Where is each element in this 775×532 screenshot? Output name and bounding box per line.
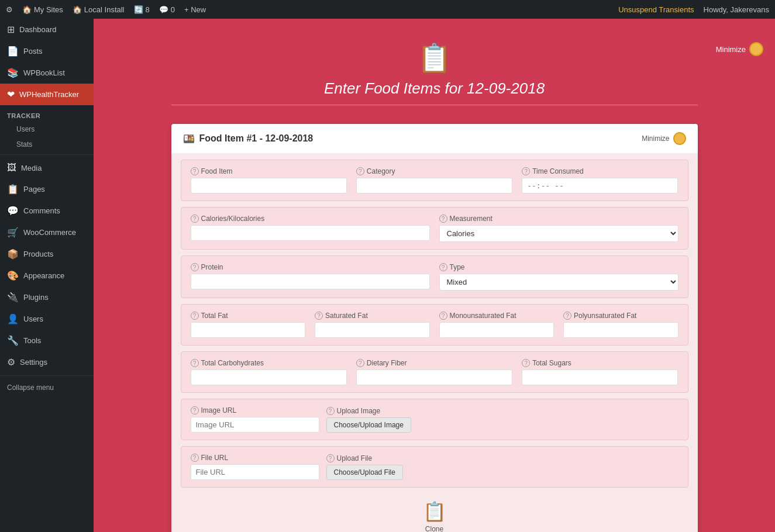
category-input[interactable]	[356, 178, 512, 194]
calories-input[interactable]	[191, 225, 430, 241]
saturated-fat-input[interactable]	[315, 322, 430, 338]
page-header-icon: 📋	[105, 42, 763, 75]
file-url-group: ? File URL	[191, 454, 319, 480]
clone-button[interactable]: 📋 Clone	[423, 500, 446, 532]
file-section: ? File URL ? Upload File Choose/Upload F…	[181, 446, 688, 488]
protein-input[interactable]	[191, 274, 430, 289]
upload-image-group: ? Upload Image Choose/Upload Image	[326, 407, 411, 433]
food-item-help-icon[interactable]: ?	[191, 167, 199, 175]
sidebar-item-wpbooklist[interactable]: 📚 WPBookList	[0, 62, 94, 84]
updates[interactable]: 🔄 8	[134, 5, 150, 14]
sidebar-item-pages[interactable]: 📋 Pages	[0, 178, 94, 200]
wp-logo[interactable]: ⚙	[6, 5, 13, 14]
page-title: Enter Food Items for 12-09-2018	[105, 80, 763, 98]
sidebar-item-media[interactable]: 🖼 Media	[0, 157, 94, 178]
time-consumed-help-icon[interactable]: ?	[522, 167, 530, 175]
unsuspend-transients[interactable]: Unsuspend Transients	[618, 5, 694, 14]
sidebar-item-wphealthtracker[interactable]: ❤ WPHealthTracker	[0, 84, 94, 105]
total-fat-input[interactable]	[191, 322, 306, 338]
collapse-menu-button[interactable]: Collapse menu	[0, 378, 94, 397]
category-group: ? Category	[356, 167, 512, 194]
food-card-body: ? Food Item ? Category	[171, 154, 698, 532]
sidebar-item-tools[interactable]: 🔧 Tools	[0, 330, 94, 351]
choose-upload-file-button[interactable]: Choose/Upload File	[326, 465, 403, 480]
total-sugars-help-icon[interactable]: ?	[522, 359, 530, 367]
food-item-input[interactable]	[191, 178, 347, 194]
clone-icon: 📋	[423, 500, 446, 523]
saturated-fat-help-icon[interactable]: ?	[315, 312, 323, 320]
layout: ⊞ Dashboard 📄 Posts 📚 WPBookList ❤ WPHea…	[0, 19, 775, 532]
time-consumed-input[interactable]	[522, 178, 678, 194]
file-url-help-icon[interactable]: ?	[191, 454, 199, 462]
sidebar-item-comments[interactable]: 💬 Comments	[0, 200, 94, 222]
file-url-label: ? File URL	[191, 454, 319, 462]
local-install[interactable]: 🏠 Local Install	[73, 5, 125, 14]
total-fat-label: ? Total Fat	[191, 312, 306, 320]
food-card-header: 🍱 Food Item #1 - 12-09-2018 Minimize	[171, 124, 698, 154]
basic-info-section: ? Food Item ? Category	[181, 160, 688, 201]
total-fat-help-icon[interactable]: ?	[191, 312, 199, 320]
sidebar-item-appearance[interactable]: 🎨 Appearance	[0, 265, 94, 286]
measurement-label: ? Measurement	[439, 215, 678, 223]
upload-image-help-icon[interactable]: ?	[326, 407, 335, 415]
type-select[interactable]: Mixed Animal Plant	[439, 274, 678, 291]
type-label: ? Type	[439, 263, 678, 271]
image-url-help-icon[interactable]: ?	[191, 406, 199, 414]
sidebar-item-users[interactable]: 👤 Users	[0, 308, 94, 330]
sidebar-item-plugins[interactable]: 🔌 Plugins	[0, 286, 94, 308]
total-carbs-input[interactable]	[191, 369, 347, 385]
protein-help-icon[interactable]: ?	[191, 263, 199, 271]
time-consumed-group: ? Time Consumed	[522, 167, 678, 194]
sidebar-item-dashboard[interactable]: ⊞ Dashboard	[0, 19, 94, 40]
sidebar-divider	[0, 154, 94, 155]
upload-file-label: ? Upload File	[326, 454, 403, 462]
sidebar-item-woocommerce[interactable]: 🛒 WooCommerce	[0, 222, 94, 243]
measurement-help-icon[interactable]: ?	[439, 215, 447, 223]
tracker-group-label: Tracker	[0, 105, 94, 122]
new-item[interactable]: + New	[184, 5, 206, 14]
appearance-icon: 🎨	[7, 270, 19, 281]
my-sites[interactable]: 🏠 My Sites	[22, 5, 63, 14]
image-url-input[interactable]	[191, 417, 319, 433]
measurement-group: ? Measurement Calories Kilocalories	[439, 215, 678, 242]
total-sugars-group: ? Total Sugars	[522, 359, 678, 385]
sidebar-item-products[interactable]: 📦 Products	[0, 243, 94, 265]
pages-icon: 📋	[7, 184, 19, 195]
polyunsaturated-fat-help-icon[interactable]: ?	[563, 312, 571, 320]
upload-file-help-icon[interactable]: ?	[326, 454, 335, 462]
adminbar-right: Unsuspend Transients Howdy, Jakerevans	[618, 5, 769, 14]
sidebar-item-settings[interactable]: ⚙ Settings	[0, 351, 94, 373]
type-help-icon[interactable]: ?	[439, 263, 447, 271]
wphealthtracker-icon: ❤	[7, 89, 15, 100]
minimize-button-top[interactable]: Minimize	[716, 42, 763, 56]
comments-count[interactable]: 💬 0	[159, 5, 175, 14]
measurement-select[interactable]: Calories Kilocalories	[439, 225, 678, 242]
protein-section: ? Protein ? Type Mixed	[181, 255, 688, 298]
card-minimize-button[interactable]: Minimize	[642, 132, 686, 145]
upload-file-group: ? Upload File Choose/Upload File	[326, 454, 403, 480]
choose-upload-image-button[interactable]: Choose/Upload Image	[326, 417, 411, 433]
monounsaturated-fat-input[interactable]	[439, 322, 554, 338]
sidebar-sub-stats[interactable]: Stats	[0, 137, 94, 152]
food-item-label: ? Food Item	[191, 167, 347, 175]
dietary-fiber-input[interactable]	[356, 369, 512, 385]
polyunsaturated-fat-label: ? Polyunsaturated Fat	[563, 312, 678, 320]
protein-row: ? Protein ? Type Mixed	[191, 263, 678, 291]
dietary-fiber-help-icon[interactable]: ?	[356, 359, 364, 367]
calories-section: ? Calories/Kilocalories ? Measurement	[181, 207, 688, 250]
main-content: 📋 Enter Food Items for 12-09-2018 Minimi…	[94, 19, 775, 532]
sidebar-sub-users[interactable]: Users	[0, 122, 94, 137]
total-fat-group: ? Total Fat	[191, 312, 306, 338]
monounsaturated-fat-help-icon[interactable]: ?	[439, 312, 447, 320]
polyunsaturated-fat-input[interactable]	[563, 322, 678, 338]
sidebar-item-posts[interactable]: 📄 Posts	[0, 40, 94, 62]
dietary-fiber-label: ? Dietary Fiber	[356, 359, 512, 367]
category-help-icon[interactable]: ?	[356, 167, 364, 175]
howdy-user: Howdy, Jakerevans	[704, 5, 769, 14]
fats-section: ? Total Fat ? Saturated Fat	[181, 304, 688, 346]
food-card-icon: 🍱	[183, 133, 195, 144]
calories-help-icon[interactable]: ?	[191, 215, 199, 223]
total-carbs-help-icon[interactable]: ?	[191, 359, 199, 367]
total-sugars-input[interactable]	[522, 369, 678, 385]
file-url-input[interactable]	[191, 464, 319, 480]
